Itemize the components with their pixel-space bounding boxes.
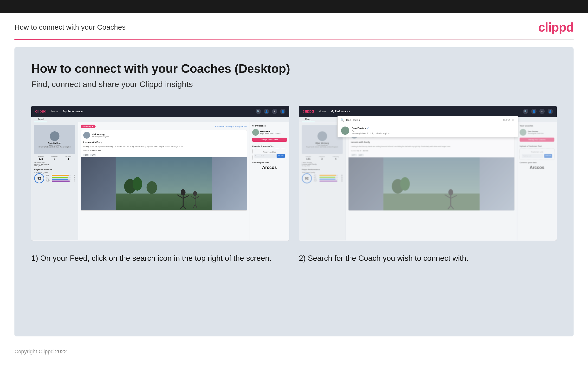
result-info: Dan Davies ✓ Pro Sunningdale Golf Club, … [352, 127, 390, 135]
svg-point-8 [193, 191, 197, 196]
avatar-icon[interactable]: 👤 [280, 109, 285, 114]
screenshot-2: clippd Home My Performance 🔍 👤 ⚙ 👤 🔍 Dan… [299, 106, 557, 241]
latest-activity-2: Latest Activity Lesson with Fordy 03 Aug… [302, 162, 343, 166]
coaches-title: Your Coaches [252, 125, 287, 127]
feed-tab-2[interactable]: Feed [302, 117, 315, 122]
profile-area: Blair McHarg Plus Handicap Royal North D… [34, 125, 75, 154]
player-performance: Player Performance Total Player Quality … [34, 168, 75, 184]
arccos-logo: Arccos [252, 165, 287, 170]
nav-my-performance-2[interactable]: My Performance [331, 110, 350, 113]
coach-item: David Ford Royal North Devon Golf Club [252, 129, 287, 136]
bar-putt: PUTT 96 [46, 180, 75, 182]
caption-1: 1) On your Feed, click on the search ico… [31, 253, 289, 264]
post-card: Blair McHarg Yesterday · Sunningdale Les… [81, 130, 247, 211]
svg-rect-18 [383, 193, 479, 210]
left-panel-2: Blair McHarg Plus Handicap Royal North D… [299, 122, 346, 240]
post-title: Lesson with Fordy [81, 140, 247, 144]
following-badge[interactable]: Following ▼ [81, 125, 96, 128]
stat-following: Following 4 [65, 156, 71, 160]
center-panel-1: Following ▼ Control who can see your act… [78, 122, 250, 240]
nav-icons: 🔍 👤 ⚙ 👤 [256, 109, 285, 114]
stat-followers: Followers 3 [51, 156, 58, 160]
stat-activities: Activities 131 [38, 156, 44, 160]
nav-home[interactable]: Home [51, 110, 58, 113]
header-divider [14, 39, 574, 40]
copyright-text: Copyright Clippd 2022 [14, 349, 67, 355]
settings-icon-2[interactable]: ⚙ [539, 109, 545, 114]
nav-icons-2: 🔍 👤 ⚙ 👤 [523, 109, 553, 114]
app-nav-1: clippd Home My Performance 🔍 👤 ⚙ 👤 [31, 106, 289, 117]
clippd-logo: clippd [538, 20, 574, 35]
main-title: How to connect with your Coaches (Deskto… [31, 62, 557, 76]
pq-bars: OTT 90 APP 85 [46, 175, 75, 182]
control-link[interactable]: Control who can see your activity and da… [215, 126, 247, 127]
screenshots-row: clippd Home My Performance 🔍 👤 ⚙ 👤 Feed [31, 106, 557, 241]
search-icon-2[interactable]: 🔍 [523, 109, 528, 114]
svg-rect-1 [116, 193, 212, 210]
center-panel-2: Following▼ Control who can see your acti… [346, 122, 517, 240]
trackman-box: Trackman Link Trackman Link Add Link [252, 149, 287, 160]
profile-club: Royal North Devon Golf Club, United King… [38, 146, 71, 148]
pq-score: 92 [34, 173, 44, 184]
bar-app: APP 85 [46, 176, 75, 178]
post-user-info: Blair McHarg Yesterday · Sunningdale [92, 133, 109, 137]
main-content-area: How to connect with your Coaches (Deskto… [14, 47, 574, 336]
coach-avatar [252, 129, 259, 136]
post-header: Blair McHarg Yesterday · Sunningdale [81, 130, 247, 140]
main-subtitle: Find, connect and share your Clippd insi… [31, 80, 557, 89]
result-avatar [341, 127, 349, 135]
right-panel-2: Your Coaches Dan Davies Sunningdale Golf… [517, 122, 557, 240]
screenshot-1: clippd Home My Performance 🔍 👤 ⚙ 👤 Feed [31, 106, 289, 241]
bar-ott: OTT 90 [46, 175, 75, 176]
profile-hcp: Plus Handicap [49, 144, 60, 146]
user-icon-2[interactable]: 👤 [531, 109, 536, 114]
following-bar: Following ▼ Control who can see your act… [81, 125, 247, 128]
connect-title: Connect your data [252, 161, 287, 164]
app-nav-2: clippd Home My Performance 🔍 👤 ⚙ 👤 [299, 106, 557, 117]
close-search-button[interactable]: ✕ [512, 118, 515, 122]
header: How to connect with your Coaches clippd [0, 13, 588, 39]
app-btn[interactable]: APP [90, 154, 96, 156]
stats-row-2: Activities 131 Followers 3 Following 4 [302, 156, 343, 160]
upload-title: Upload a Trackman Test [252, 145, 287, 147]
search-result: Dan Davies ✓ Pro Sunningdale Golf Club, … [338, 124, 518, 137]
clear-button[interactable]: CLEAR [503, 119, 510, 121]
trackman-input[interactable]: Trackman Link [255, 154, 276, 158]
search-overlay: 🔍 Dan Davies CLEAR ✕ Dan Davies ✓ Pro [337, 116, 518, 137]
svg-point-19 [448, 189, 453, 195]
svg-point-2 [181, 189, 185, 195]
nav-my-performance[interactable]: My Performance [63, 110, 83, 113]
right-panel-1: Your Coaches David Ford Royal North Devo… [250, 122, 289, 240]
app-frame-1: clippd Home My Performance 🔍 👤 ⚙ 👤 Feed [31, 106, 289, 241]
caption-1-text: 1) On your Feed, click on the search ico… [31, 253, 289, 264]
app-frame-2: clippd Home My Performance 🔍 👤 ⚙ 👤 🔍 Dan… [299, 106, 557, 241]
manage-coaches-btn[interactable]: Manage Your Coaches [252, 138, 287, 142]
feed-tab[interactable]: Feed [34, 117, 47, 122]
footer: Copyright Clippd 2022 [0, 344, 588, 359]
search-icon[interactable]: 🔍 [256, 109, 261, 114]
add-link-btn[interactable]: Add Link [277, 154, 284, 158]
page-title: How to connect with your Coaches [14, 23, 126, 31]
post-text: Looking to feel like my hands are exitin… [81, 144, 247, 149]
stats-row: Activities 131 Followers 3 Following 4 [34, 156, 75, 160]
profile-image [50, 131, 60, 141]
top-bar [0, 0, 588, 13]
search-query[interactable]: Dan Davies [346, 119, 501, 121]
svg-point-15 [133, 177, 142, 191]
settings-icon[interactable]: ⚙ [272, 109, 277, 114]
off-btn[interactable]: OTT [83, 154, 89, 156]
avatar-icon-2[interactable]: 👤 [548, 109, 553, 114]
nav-home-2[interactable]: Home [319, 110, 326, 113]
svg-point-26 [400, 177, 410, 191]
post-duration: Duration 01 hr : 30 min [81, 149, 247, 153]
caption-2-text: 2) Search for the Coach you wish to conn… [299, 253, 557, 264]
user-icon[interactable]: 👤 [264, 109, 269, 114]
verified-icon: ✓ [367, 127, 369, 130]
bar-arg: ARG 86 [46, 178, 75, 180]
search-icon-overlay: 🔍 [341, 118, 344, 122]
app-logo-2: clippd [303, 109, 314, 113]
svg-point-16 [147, 181, 157, 194]
post-avatar [83, 132, 90, 138]
coach-info: David Ford Royal North Devon Golf Club [260, 130, 281, 134]
app-body-2: Blair McHarg Plus Handicap Royal North D… [299, 122, 557, 240]
